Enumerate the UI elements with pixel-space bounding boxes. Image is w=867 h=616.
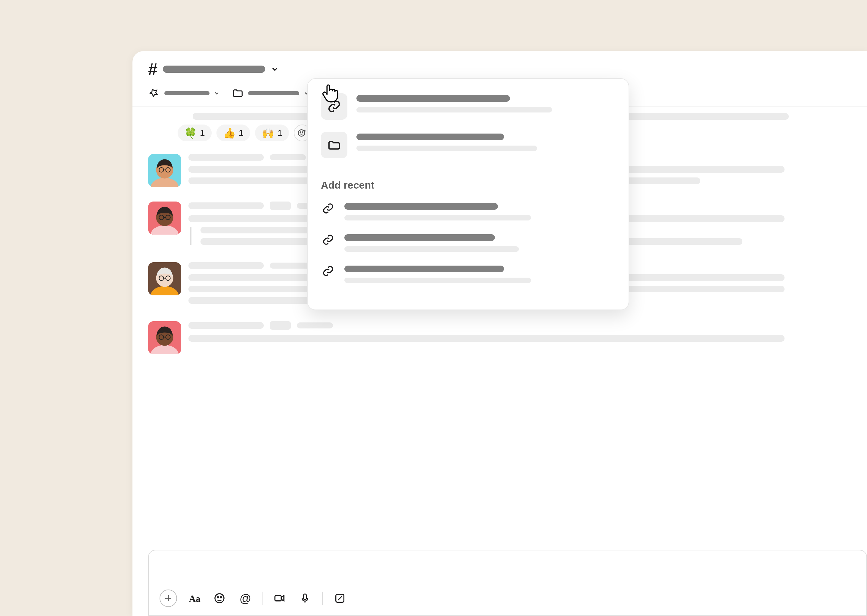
recent-link-item[interactable] [321, 195, 615, 226]
reaction-raisedhands[interactable]: 🙌 1 [255, 124, 289, 141]
raisedhands-emoji: 🙌 [262, 127, 274, 139]
svg-point-39 [215, 594, 224, 603]
channel-name[interactable] [163, 66, 265, 73]
link-icon [321, 201, 335, 216]
bookmark-pin[interactable] [148, 87, 220, 99]
format-button[interactable]: Aa [186, 590, 202, 607]
section-heading: Add recent [308, 173, 629, 192]
clover-emoji: 🍀 [184, 127, 197, 139]
link-icon [321, 264, 335, 278]
avatar[interactable] [148, 154, 181, 187]
message-composer[interactable]: Aa @ [148, 550, 867, 616]
svg-point-9 [302, 132, 303, 133]
menu-item-link[interactable] [321, 87, 615, 126]
cursor-pointer-icon [319, 81, 340, 102]
svg-rect-44 [303, 594, 306, 600]
canvas-button[interactable] [332, 590, 348, 607]
mention-button[interactable]: @ [236, 590, 253, 607]
bookmark-folder[interactable] [232, 87, 309, 99]
author-name [188, 322, 264, 329]
message [148, 321, 867, 354]
svg-text:Aa: Aa [189, 594, 201, 604]
thumbsup-emoji: 👍 [223, 127, 236, 139]
svg-point-41 [221, 597, 222, 598]
avatar[interactable] [148, 262, 181, 295]
pin-icon [148, 87, 160, 99]
message-text [188, 335, 785, 342]
audio-button[interactable] [297, 590, 313, 607]
author-name [188, 262, 264, 269]
attach-button[interactable] [159, 589, 177, 607]
svg-point-40 [218, 597, 219, 598]
composer-toolbar: Aa @ [159, 589, 348, 607]
svg-point-8 [300, 132, 301, 133]
timestamp [297, 322, 333, 328]
reaction-thumbsup[interactable]: 👍 1 [216, 124, 251, 141]
chevron-down-icon [214, 90, 220, 96]
video-button[interactable] [271, 590, 288, 607]
author-name [188, 203, 264, 209]
recent-link-item[interactable] [321, 226, 615, 258]
timestamp [270, 154, 306, 160]
recent-link-item[interactable] [321, 258, 615, 289]
badge [270, 201, 291, 210]
avatar[interactable] [148, 201, 181, 235]
menu-item-folder[interactable] [321, 126, 615, 164]
link-icon [321, 233, 335, 247]
chevron-down-icon[interactable] [271, 65, 279, 73]
emoji-button[interactable] [211, 590, 228, 607]
folder-icon [321, 132, 347, 158]
reaction-clover[interactable]: 🍀 1 [178, 124, 212, 141]
badge [270, 321, 291, 330]
svg-text:@: @ [240, 592, 251, 605]
avatar[interactable] [148, 321, 181, 354]
hash-icon: # [148, 61, 158, 78]
folder-icon [232, 87, 244, 99]
author-name [188, 154, 264, 160]
svg-rect-43 [275, 596, 281, 601]
add-bookmark-menu: Add recent [307, 78, 629, 310]
